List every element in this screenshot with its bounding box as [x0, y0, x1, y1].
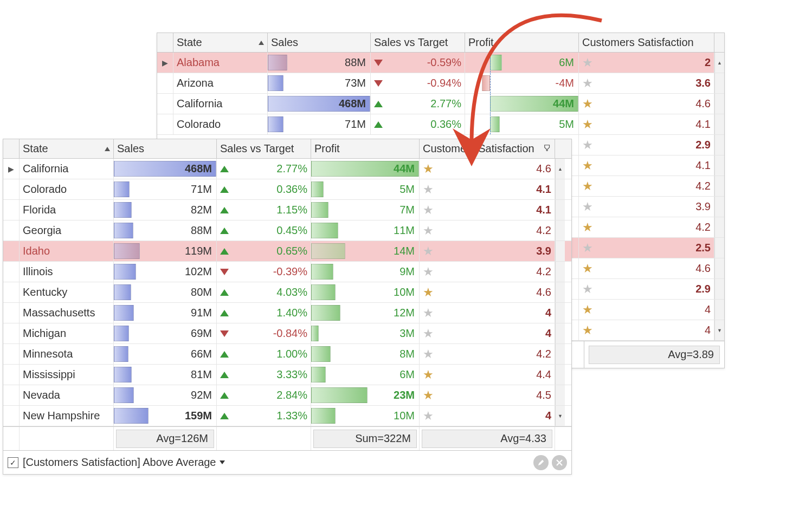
row-indicator[interactable] — [3, 365, 20, 385]
state-cell: Alabama — [177, 56, 220, 69]
table-row[interactable]: Georgia 88M 0.45% 11M ★4.2 — [3, 220, 571, 241]
star-icon: ★ — [582, 57, 593, 69]
row-indicator[interactable] — [3, 241, 20, 261]
header-indicator[interactable] — [3, 139, 20, 158]
state-cell: Minnesota — [23, 348, 73, 360]
table-row[interactable]: California 468M 2.77% 44M ★4.6 — [157, 94, 724, 114]
svt-cell: 2.77% — [371, 94, 465, 114]
row-indicator[interactable]: ▶ — [3, 159, 20, 179]
row-indicator[interactable] — [3, 385, 20, 405]
star-icon: ★ — [582, 242, 593, 254]
scroll-up-icon[interactable]: ▲ — [717, 60, 722, 66]
star-icon: ★ — [423, 245, 434, 257]
header-indicator[interactable] — [157, 33, 173, 52]
row-indicator[interactable] — [3, 323, 20, 343]
row-indicator[interactable] — [3, 303, 20, 323]
row-indicator[interactable] — [3, 406, 20, 426]
row-indicator[interactable] — [3, 262, 20, 282]
table-row[interactable]: Massachusetts 91M 1.40% 12M ★4 — [3, 303, 571, 323]
table-row[interactable]: Illinois 102M -0.39% 9M ★4.2 — [3, 262, 571, 282]
header-sales[interactable]: Sales — [268, 33, 371, 52]
table-row[interactable]: Mississippi 81M 3.33% 6M ★4.4 — [3, 365, 571, 385]
row-indicator[interactable] — [3, 220, 20, 241]
table-row[interactable]: ▶ Alabama 88M -0.59% 6M ★2 ▲ — [157, 53, 724, 73]
row-indicator[interactable]: ▶ — [157, 53, 173, 73]
header-profit[interactable]: Profit — [465, 33, 579, 52]
table-row[interactable]: Colorado 71M 0.36% 5M ★4.1 — [3, 179, 571, 200]
filter-label: [Customers Satisfaction] Above Average — [23, 456, 216, 469]
table-row[interactable]: Nevada 92M 2.84% 23M ★4.5 — [3, 385, 571, 406]
star-icon: ★ — [423, 410, 434, 422]
table-row[interactable]: New Hampshire 159M 1.33% 10M ★4 ▼ — [3, 406, 571, 426]
header-svt[interactable]: Sales vs Target — [217, 139, 311, 158]
sales-cell: 69M — [114, 323, 217, 343]
star-icon: ★ — [423, 348, 434, 360]
csat-cell: ★2.9 — [579, 279, 714, 299]
profit-cell: 10M — [311, 406, 420, 426]
profit-cell: 9M — [311, 262, 420, 282]
state-cell: Kentucky — [23, 286, 67, 299]
table-row[interactable]: ▶ California 468M 2.77% 44M ★4.6 ▲ — [3, 159, 571, 179]
csat-cell: ★4 — [579, 300, 714, 320]
state-cell: California — [23, 163, 68, 175]
header-csat[interactable]: Customers Satisfaction — [579, 33, 714, 52]
header-state-label: State — [177, 36, 202, 49]
grid-body: ▶ California 468M 2.77% 44M ★4.6 ▲ Color… — [3, 159, 571, 426]
filter-checkbox[interactable]: ✓ — [8, 457, 18, 468]
csat-cell: ★4.6 — [579, 258, 714, 278]
summary-row: Avg=126M Sum=322M Avg=4.33 — [3, 426, 571, 450]
scroll-up-icon[interactable]: ▲ — [558, 166, 563, 172]
table-row[interactable]: Arizona 73M -0.94% -4M ★3.6 — [157, 73, 724, 94]
csat-cell: ★4.1 — [579, 114, 714, 134]
row-indicator[interactable] — [3, 200, 20, 220]
star-icon: ★ — [423, 225, 434, 237]
csat-cell: ★4 — [420, 303, 555, 323]
star-icon: ★ — [423, 184, 434, 196]
table-row[interactable]: Colorado 71M 0.36% 5M ★4.1 — [157, 114, 724, 135]
table-row[interactable]: Michigan 69M -0.84% 3M ★4 — [3, 323, 571, 344]
star-icon: ★ — [582, 98, 593, 110]
header-sales[interactable]: Sales — [114, 139, 217, 158]
row-indicator[interactable] — [3, 344, 20, 364]
table-row[interactable]: Minnesota 66M 1.00% 8M ★4.2 — [3, 344, 571, 365]
header-svt[interactable]: Sales vs Target — [371, 33, 465, 52]
row-indicator[interactable] — [157, 114, 173, 134]
star-icon: ★ — [582, 201, 593, 213]
state-cell: Florida — [23, 204, 56, 216]
profit-cell: 3M — [311, 323, 420, 343]
csat-cell: ★4.2 — [579, 176, 714, 196]
table-row[interactable]: Kentucky 80M 4.03% 10M ★4.6 — [3, 282, 571, 303]
row-indicator[interactable] — [3, 179, 20, 199]
triangle-down-icon — [220, 269, 229, 275]
csat-cell: ★3.9 — [579, 197, 714, 217]
csat-cell: ★4.6 — [420, 282, 555, 302]
triangle-up-icon — [374, 101, 383, 107]
row-indicator[interactable] — [157, 73, 173, 93]
sales-cell: 102M — [114, 262, 217, 282]
csat-cell: ★4.4 — [420, 365, 555, 385]
svt-cell: 0.36% — [217, 179, 311, 199]
edit-filter-button[interactable] — [533, 455, 549, 470]
clear-filter-button[interactable] — [552, 455, 567, 470]
sales-cell: 71M — [268, 114, 371, 134]
grid-body: ▶ Alabama 88M -0.59% 6M ★2 ▲ Arizona 73M — [157, 53, 724, 135]
table-row[interactable]: Florida 82M 1.15% 7M ★4.1 — [3, 200, 571, 220]
header-csat[interactable]: Customers Satisfaction — [420, 139, 555, 158]
csat-cell: ★4.1 — [420, 200, 555, 220]
row-indicator[interactable] — [157, 94, 173, 114]
star-icon: ★ — [423, 369, 434, 381]
svt-cell: 1.15% — [217, 200, 311, 220]
header-profit[interactable]: Profit — [311, 139, 420, 158]
sales-cell: 66M — [114, 344, 217, 364]
profit-cell: 14M — [311, 241, 420, 261]
filter-dropdown[interactable]: [Customers Satisfaction] Above Average — [23, 456, 225, 469]
table-row[interactable]: Idaho 119M 0.65% 14M ★3.9 — [3, 241, 571, 262]
profit-cell: 5M — [465, 114, 579, 134]
grid-filtered[interactable]: State Sales Sales vs Target Profit Custo… — [3, 139, 572, 475]
scroll-down-icon[interactable]: ▼ — [717, 328, 722, 333]
csat-cell: ★4.2 — [420, 262, 555, 282]
header-state[interactable]: State — [173, 33, 268, 52]
header-state[interactable]: State — [20, 139, 114, 158]
row-indicator[interactable] — [3, 282, 20, 302]
scroll-down-icon[interactable]: ▼ — [558, 413, 563, 419]
